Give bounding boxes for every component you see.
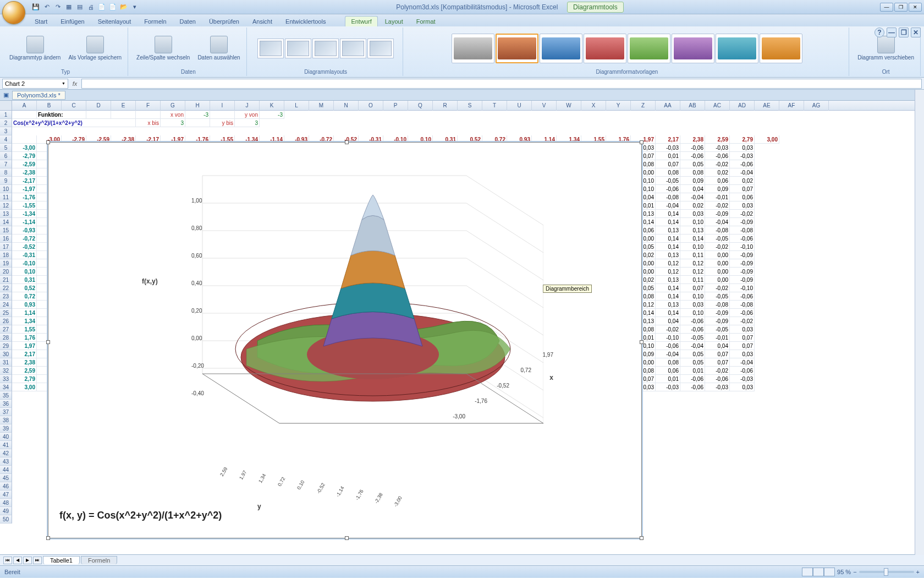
col-header[interactable]: AF: [779, 101, 804, 111]
cell[interactable]: -0,06: [730, 292, 755, 301]
col-header[interactable]: K: [260, 101, 284, 111]
cell[interactable]: -0,06: [705, 375, 730, 383]
cell[interactable]: 0,14: [656, 243, 680, 251]
cell[interactable]: 0,01: [680, 367, 705, 375]
cell[interactable]: -0,06: [705, 152, 730, 160]
cell[interactable]: 0,13: [656, 251, 680, 259]
cell[interactable]: 0,11: [680, 276, 705, 284]
cell[interactable]: 2,59: [705, 135, 730, 144]
col-header[interactable]: Y: [606, 101, 631, 111]
workbook-restore-icon[interactable]: ❐: [899, 28, 909, 37]
row-header[interactable]: 27: [0, 325, 12, 334]
row-header[interactable]: 29: [0, 342, 12, 350]
chart-layout-1[interactable]: [257, 39, 284, 58]
row-header[interactable]: 19: [0, 259, 12, 268]
sheet-nav-next[interactable]: ▶: [23, 557, 32, 564]
cell[interactable]: -3,00: [12, 144, 37, 152]
cell[interactable]: -0,03: [730, 375, 755, 383]
chart-style-4[interactable]: [584, 34, 626, 63]
cell[interactable]: 0,08: [680, 168, 705, 177]
cell[interactable]: -0,04: [656, 350, 680, 358]
cell[interactable]: 0,01: [656, 375, 680, 383]
cell[interactable]: 0,05: [680, 358, 705, 367]
cell[interactable]: -2,38: [12, 168, 37, 177]
cell[interactable]: 0,01: [656, 152, 680, 160]
cell[interactable]: -0,05: [656, 177, 680, 185]
chart-style-6[interactable]: [672, 34, 714, 63]
cell[interactable]: -2,79: [12, 152, 37, 160]
cell[interactable]: -0,03: [705, 144, 730, 152]
cell[interactable]: 0,07: [680, 284, 705, 292]
view-normal-button[interactable]: [802, 568, 813, 576]
tab-ueberpruefen[interactable]: Überprüfen: [203, 16, 245, 26]
chart-layout-5[interactable]: [367, 39, 394, 58]
cell[interactable]: -0,10: [12, 259, 37, 268]
col-header[interactable]: B: [37, 101, 62, 111]
ribbon-min-icon[interactable]: —: [887, 28, 897, 37]
cell[interactable]: -0,06: [730, 367, 755, 375]
cell[interactable]: -0,02: [730, 317, 755, 325]
cell[interactable]: 0,03: [730, 144, 755, 152]
cell[interactable]: y von: [235, 111, 260, 119]
cell[interactable]: -0,09: [730, 218, 755, 226]
row-header[interactable]: 37: [0, 408, 12, 416]
cell[interactable]: Funktion:: [37, 111, 86, 119]
cell[interactable]: -0,05: [705, 325, 730, 334]
col-header[interactable]: A: [12, 101, 37, 111]
cell[interactable]: 0,13: [656, 226, 680, 235]
row-header[interactable]: 46: [0, 482, 12, 490]
col-header[interactable]: S: [458, 101, 482, 111]
cell[interactable]: 0,04: [680, 185, 705, 193]
col-header[interactable]: E: [111, 101, 136, 111]
row-header[interactable]: 31: [0, 358, 12, 367]
tab-start[interactable]: Start: [29, 16, 53, 26]
row-header[interactable]: 35: [0, 391, 12, 400]
col-header[interactable]: V: [532, 101, 557, 111]
col-header[interactable]: AD: [730, 101, 755, 111]
cell[interactable]: -0,06: [656, 185, 680, 193]
cell[interactable]: -0,02: [705, 201, 730, 210]
sheet-tab-tabelle1[interactable]: Tabelle1: [43, 556, 80, 564]
worksheet-grid[interactable]: ABCDEFGHIJKLMNOPQRSTUVWXYZAAABACADAEAFAG…: [0, 101, 924, 554]
row-header[interactable]: 49: [0, 507, 12, 515]
row-header[interactable]: 15: [0, 226, 12, 235]
move-chart-button[interactable]: Diagramm verschieben: [855, 34, 917, 62]
cell[interactable]: 0,07: [656, 160, 680, 168]
row-header[interactable]: 43: [0, 457, 12, 466]
new-icon[interactable]: 📄: [108, 2, 118, 12]
cell[interactable]: x bis: [136, 119, 161, 127]
undo-icon[interactable]: ↶: [42, 2, 52, 12]
cell[interactable]: 0,06: [656, 367, 680, 375]
cell[interactable]: 0,00: [705, 268, 730, 276]
row-header[interactable]: 30: [0, 350, 12, 358]
cell[interactable]: 0,13: [656, 276, 680, 284]
cell[interactable]: 0,08: [656, 358, 680, 367]
cell[interactable]: 1,97: [12, 342, 37, 350]
row-header[interactable]: 38: [0, 416, 12, 424]
cell[interactable]: -0,05: [680, 334, 705, 342]
fx-icon[interactable]: fx: [69, 80, 80, 87]
cell[interactable]: 2,38: [680, 135, 705, 144]
cell[interactable]: -0,09: [730, 276, 755, 284]
view-pagebreak-button[interactable]: [824, 568, 835, 576]
save-icon[interactable]: 💾: [31, 2, 41, 12]
cell[interactable]: 1,34: [12, 317, 37, 325]
cell[interactable]: y bis: [210, 119, 235, 127]
sheet-tab-formeln[interactable]: Formeln: [81, 556, 117, 564]
cell[interactable]: 0,14: [656, 309, 680, 317]
print-icon[interactable]: 🖨: [86, 2, 96, 12]
help-icon[interactable]: ?: [875, 28, 884, 37]
select-data-button[interactable]: Daten auswählen: [195, 34, 243, 62]
cell[interactable]: 0,08: [656, 168, 680, 177]
cell[interactable]: 3,00: [12, 383, 37, 391]
cell[interactable]: 0,31: [12, 276, 37, 284]
cell[interactable]: -0,04: [730, 168, 755, 177]
col-header[interactable]: O: [359, 101, 383, 111]
cell[interactable]: -0,06: [680, 383, 705, 391]
col-header[interactable]: Z: [631, 101, 656, 111]
zoom-out-button[interactable]: −: [853, 569, 856, 575]
cell[interactable]: [111, 111, 136, 119]
cell[interactable]: -1,76: [12, 193, 37, 201]
col-header[interactable]: H: [185, 101, 210, 111]
cell[interactable]: -0,72: [12, 235, 37, 243]
